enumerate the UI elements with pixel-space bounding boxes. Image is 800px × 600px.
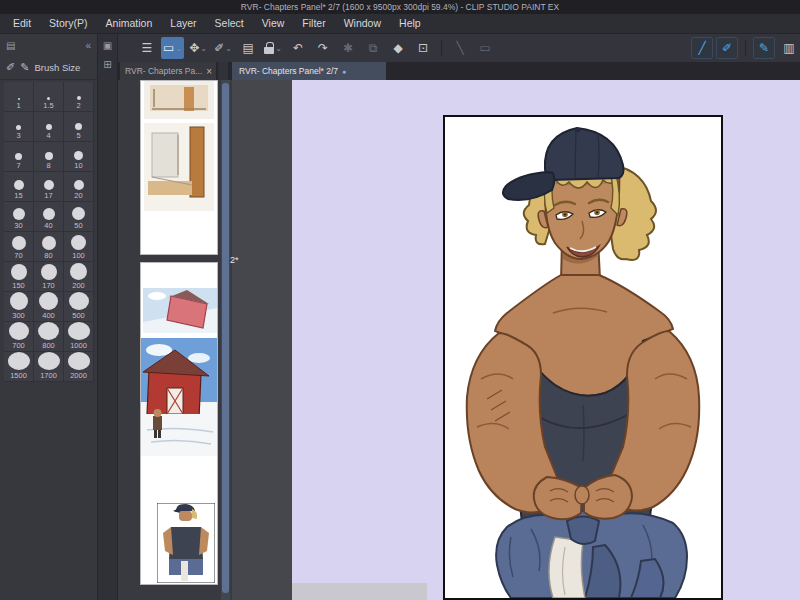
undo-button[interactable]: ↶ bbox=[287, 37, 309, 59]
copy-button-icon: ⧉ bbox=[369, 41, 378, 55]
brush-size-2000[interactable]: 2000 bbox=[64, 352, 94, 382]
brush-size-1500[interactable]: 1500 bbox=[4, 352, 34, 382]
brush-size-40[interactable]: 40 bbox=[34, 202, 64, 232]
brush-size-100[interactable]: 100 bbox=[64, 232, 94, 262]
menu-item-filter[interactable]: Filter bbox=[293, 14, 334, 33]
brush-dot bbox=[14, 180, 24, 190]
folder-tool[interactable]: ▤ bbox=[237, 37, 259, 59]
folder-icon[interactable]: ⊞ bbox=[103, 59, 111, 70]
page-manager-scrollbar[interactable] bbox=[221, 80, 230, 600]
brush-size-panel: ▤ « ✐ ✎ Brush Size 11.523457810151720304… bbox=[0, 34, 98, 600]
ruler-tool[interactable]: ╱ bbox=[691, 37, 713, 59]
brush-size-50[interactable]: 50 bbox=[64, 202, 94, 232]
brush-size-200[interactable]: 200 bbox=[64, 262, 94, 292]
brush-size-7[interactable]: 7 bbox=[4, 142, 34, 172]
fill-tool[interactable]: ◆ bbox=[387, 37, 409, 59]
page-strip-1[interactable] bbox=[140, 80, 218, 255]
canvas-pasteboard[interactable] bbox=[232, 80, 800, 600]
brush-size-800[interactable]: 800 bbox=[34, 322, 64, 352]
panel-grid-icon[interactable]: ▣ bbox=[103, 40, 112, 51]
scrollbar-thumb[interactable] bbox=[222, 83, 229, 593]
panel-toggle-button[interactable]: ▥ bbox=[778, 37, 800, 59]
brush-size-4[interactable]: 4 bbox=[34, 112, 64, 142]
brush-dot bbox=[69, 292, 89, 310]
panel-menu-icon[interactable]: ▤ bbox=[6, 40, 15, 51]
document-tab[interactable]: RVR- Chapters Panel* 2/7 ● bbox=[232, 62, 386, 80]
clip-studio-paint-window: RVR- Chapters Panel* 2/7 (1600 x 9500px … bbox=[0, 0, 800, 600]
dropdown-caret-icon[interactable]: ⌄ bbox=[200, 44, 207, 53]
menu-item-window[interactable]: Window bbox=[335, 14, 390, 33]
brush-dot bbox=[43, 208, 55, 220]
brush-size-label: 1000 bbox=[70, 341, 87, 350]
brush-size-17[interactable]: 17 bbox=[34, 172, 64, 202]
brush-size-10[interactable]: 10 bbox=[64, 142, 94, 172]
brush-ruler-tool[interactable]: ✐ bbox=[716, 37, 738, 59]
brush-size-500[interactable]: 500 bbox=[64, 292, 94, 322]
page-thumbnail-hallway[interactable] bbox=[144, 123, 214, 211]
brush-size-5[interactable]: 5 bbox=[64, 112, 94, 142]
artwork-panel[interactable] bbox=[443, 115, 723, 600]
page-strip-2[interactable] bbox=[140, 262, 218, 585]
brush-size-300[interactable]: 300 bbox=[4, 292, 34, 322]
brush-size-400[interactable]: 400 bbox=[34, 292, 64, 322]
operation-tool[interactable]: ✥⌄ bbox=[187, 37, 209, 59]
page-thumbnail-barn-sketch[interactable] bbox=[143, 288, 217, 333]
brush-dot bbox=[71, 235, 86, 250]
dropdown-caret-icon[interactable]: ⌄ bbox=[275, 44, 282, 53]
brush-size-1[interactable]: 1 bbox=[4, 82, 34, 112]
menu-item-edit[interactable]: Edit bbox=[4, 14, 40, 33]
barn-color-image bbox=[141, 338, 217, 456]
brush-icon[interactable]: ✎ bbox=[20, 61, 29, 74]
line-tool[interactable]: ╲ bbox=[449, 37, 471, 59]
brush-size-700[interactable]: 700 bbox=[4, 322, 34, 352]
brush-size-1700[interactable]: 1700 bbox=[34, 352, 64, 382]
close-icon[interactable]: × bbox=[206, 66, 212, 77]
menu-item-layer[interactable]: Layer bbox=[161, 14, 205, 33]
lock-icon bbox=[264, 47, 274, 54]
pen-pressure-tool[interactable]: ✎ bbox=[753, 37, 775, 59]
brush-size-15[interactable]: 15 bbox=[4, 172, 34, 202]
frame-border-tool[interactable]: ⊡ bbox=[412, 37, 434, 59]
redo-button[interactable]: ↷ bbox=[312, 37, 334, 59]
dropdown-caret-icon[interactable]: ⌄ bbox=[175, 44, 182, 53]
menu-item-animation[interactable]: Animation bbox=[97, 14, 162, 33]
page-thumbnail-interior[interactable] bbox=[144, 81, 214, 119]
brush-size-3[interactable]: 3 bbox=[4, 112, 34, 142]
page-thumbnail-character[interactable] bbox=[157, 503, 215, 583]
menu-item-story-p-[interactable]: Story(P) bbox=[40, 14, 97, 33]
brush-ruler-tool-icon: ✐ bbox=[722, 41, 732, 55]
lock-tool[interactable]: ⌄ bbox=[262, 37, 284, 59]
menu-item-view[interactable]: View bbox=[253, 14, 294, 33]
brush-size-label: 15 bbox=[14, 191, 22, 200]
brush-size-70[interactable]: 70 bbox=[4, 232, 34, 262]
brush-dot bbox=[74, 180, 84, 190]
menu-item-help[interactable]: Help bbox=[390, 14, 430, 33]
pen-tool[interactable]: ✐⌄ bbox=[212, 37, 234, 59]
brush-size-80[interactable]: 80 bbox=[34, 232, 64, 262]
main-menu-button[interactable]: ☰ bbox=[136, 37, 158, 59]
brush-size-20[interactable]: 20 bbox=[64, 172, 94, 202]
brush-size-150[interactable]: 150 bbox=[4, 262, 34, 292]
brush-size-30[interactable]: 30 bbox=[4, 202, 34, 232]
menu-item-select[interactable]: Select bbox=[206, 14, 253, 33]
page-thumbnail-barn-color[interactable] bbox=[141, 338, 217, 456]
dropdown-caret-icon[interactable]: ⌄ bbox=[225, 44, 232, 53]
toolbar-sep bbox=[745, 40, 746, 56]
brush-size-label: 7 bbox=[16, 161, 20, 170]
brush-size-1.5[interactable]: 1.5 bbox=[34, 82, 64, 112]
brush-size-170[interactable]: 170 bbox=[34, 262, 64, 292]
brush-size-2[interactable]: 2 bbox=[64, 82, 94, 112]
brush-size-1000[interactable]: 1000 bbox=[64, 322, 94, 352]
page-manager-tab[interactable]: RVR- Chapters Pa... × bbox=[120, 62, 216, 80]
toolbar: ☰▭⌄✥⌄✐⌄▤⌄↶↷✱⧉◆⊡╲▭╱✐✎▥ bbox=[118, 34, 800, 62]
selection-tool[interactable]: ▭⌄ bbox=[161, 37, 184, 59]
brush-dot bbox=[39, 292, 58, 310]
rectangle-tool[interactable]: ▭ bbox=[474, 37, 496, 59]
brush-size-label: 800 bbox=[42, 341, 55, 350]
pen-icon[interactable]: ✐ bbox=[6, 61, 15, 74]
brush-size-8[interactable]: 8 bbox=[34, 142, 64, 172]
copy-button[interactable]: ⧉ bbox=[362, 37, 384, 59]
auto-action-tool[interactable]: ✱ bbox=[337, 37, 359, 59]
collapse-panel-icon[interactable]: « bbox=[85, 40, 91, 51]
redo-button-icon: ↷ bbox=[318, 41, 328, 55]
